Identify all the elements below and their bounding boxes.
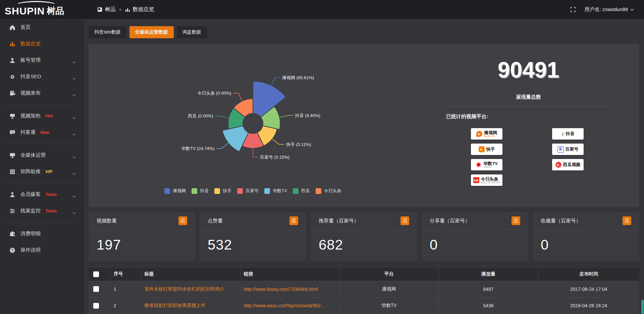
- row-plays: 8497: [439, 281, 538, 297]
- fullscreen-icon[interactable]: [570, 7, 576, 12]
- chevron-down-icon: [72, 75, 76, 78]
- sidebar-item-抖音SEO[interactable]: 抖音SEO: [0, 68, 84, 85]
- sidebar-item-抖客通[interactable]: 抖客通New: [0, 124, 84, 141]
- stat-card-header: 点赞量总: [200, 212, 306, 230]
- sidebar-item-矩阵助推[interactable]: 矩阵助推VIP: [0, 163, 84, 180]
- xigua-logo: ▶: [555, 162, 561, 168]
- legend-item-抖音[interactable]: 抖音: [192, 188, 209, 194]
- video-url-link[interactable]: http://www.boosj.com/7338468.html: [244, 286, 318, 292]
- row-index: 2: [110, 297, 141, 314]
- platform-name: 华数TV: [483, 161, 498, 166]
- scrollbar-thumb[interactable]: [641, 300, 644, 314]
- video-url-link[interactable]: http://www.wasu.cn/Play/show/id/952...: [244, 303, 325, 308]
- video-title-link[interactable]: 楼体投影灯投影效果震撼上市: [145, 303, 206, 308]
- platform-badge-抖音: ♪抖音: [552, 128, 584, 140]
- legend-label: 播视网: [173, 188, 186, 194]
- sidebar-item-badge: Tools: [45, 208, 57, 213]
- stat-card-header: 推荐量（百家号）总: [311, 212, 417, 230]
- pie-legend: 播视网抖音快手百家号华数TV西瓜今日头条: [89, 188, 417, 194]
- sidebar-item-视频发布[interactable]: 视频发布: [0, 85, 84, 101]
- select-all-checkbox[interactable]: [93, 271, 99, 277]
- app-logo[interactable]: SHUPIN 树品: [0, 0, 84, 19]
- column-header-序号: 序号: [110, 268, 141, 281]
- row-select-cell: [89, 297, 110, 314]
- platform-badge-播视网: ▶播视网boosj.com: [471, 128, 502, 140]
- platform-name: 播视网: [484, 130, 497, 135]
- legend-item-百家号[interactable]: 百家号: [237, 188, 259, 194]
- platform-name: 百家号: [566, 147, 579, 152]
- sidebar-item-会员爆客[interactable]: 会员爆客Tools: [0, 186, 84, 203]
- stat-card-value: 197: [89, 230, 195, 253]
- summary-section: 90491 展现量总数 已统计的视频平台: ▶播视网boosj.com♪抖音▶快…: [418, 44, 639, 207]
- sidebar-divider: [5, 144, 78, 144]
- pie-slice-label: 西瓜 (0.00%): [188, 113, 213, 118]
- legend-item-播视网[interactable]: 播视网: [164, 188, 186, 194]
- sidebar-item-操作说明[interactable]: ?操作说明: [0, 242, 84, 258]
- stat-card-label: 分享量（百家号）: [430, 218, 470, 224]
- row-published: 2018-04-26 16:24: [538, 297, 639, 314]
- sidebar-item-label: 首页: [20, 24, 31, 31]
- gear-icon: [9, 74, 15, 80]
- person-icon: [9, 192, 15, 198]
- column-header-标题: 标题: [141, 268, 240, 281]
- username-menu[interactable]: 用户名: zswodun88: [585, 6, 634, 13]
- table-row: 2楼体投影灯投影效果震撼上市http://www.wasu.cn/Play/sh…: [89, 297, 639, 314]
- legend-item-华数TV[interactable]: 华数TV: [264, 188, 287, 194]
- question-icon: ?: [9, 247, 15, 253]
- pie-slice-华数TV[interactable]: [222, 126, 249, 152]
- stat-card-视频数量: 视频数量总197: [89, 212, 195, 261]
- column-header-链接: 链接: [240, 268, 339, 281]
- breadcrumb-current[interactable]: 数据总览: [133, 6, 154, 13]
- total-badge: 总: [623, 216, 631, 225]
- video-title-link[interactable]: 室外水纹灯和室内水纹灯的区别和简介: [145, 286, 224, 292]
- legend-item-西瓜[interactable]: 西瓜: [293, 188, 310, 194]
- boosj-logo: ▶: [476, 131, 482, 137]
- video-camera-icon: [9, 90, 15, 96]
- sidebar-item-消费明细[interactable]: 消费明细: [0, 225, 84, 242]
- sidebar-item-视频加热[interactable]: 视频加热Hot: [0, 108, 84, 124]
- stat-card-value: 532: [200, 230, 306, 253]
- sidebar-item-label: 消费明细: [20, 230, 41, 237]
- tab-抖音seo数据[interactable]: 抖音seo数据: [89, 26, 126, 38]
- chat-icon: [9, 129, 15, 136]
- tab-全媒体运营数据[interactable]: 全媒体运营数据: [129, 26, 174, 38]
- legend-item-今日头条[interactable]: 今日头条: [316, 188, 341, 194]
- sidebar-divider: [5, 104, 78, 105]
- row-platform: 华数TV: [339, 297, 439, 314]
- chevron-down-icon: [72, 193, 76, 196]
- sidebar-item-线索监控[interactable]: 线索监控Tools: [0, 203, 84, 219]
- topbar: SHUPIN 树品 树品 > 数据总览 用户名: zswodun88: [0, 0, 644, 19]
- platform-badge-text: 华数TVwasu.cn: [483, 161, 498, 168]
- row-select-cell: [89, 281, 110, 297]
- pie-label-leader-line: [215, 116, 229, 118]
- data-tabs: 抖音seo数据全媒体运营数据询盘数据: [89, 26, 639, 38]
- breadcrumb-separator: >: [119, 7, 122, 12]
- tab-询盘数据[interactable]: 询盘数据: [177, 26, 207, 38]
- sidebar-divider: [5, 222, 78, 222]
- sidebar-item-首页[interactable]: 首页: [0, 19, 84, 36]
- chevron-down-icon: [72, 131, 76, 134]
- platform-subtext: wasu.cn: [483, 166, 498, 168]
- legend-label: 西瓜: [301, 188, 310, 194]
- chevron-down-icon: [72, 210, 76, 212]
- legend-label: 百家号: [246, 188, 259, 194]
- sidebar-item-全媒体运营[interactable]: 全媒体运营: [0, 147, 84, 163]
- breadcrumb-root[interactable]: 树品: [105, 6, 116, 13]
- pie-slice-label: 百家号 (0.15%): [260, 155, 289, 160]
- stat-card-header: 视频数量总: [89, 212, 195, 230]
- bar-chart-icon: [9, 41, 15, 47]
- total-badge: 总: [400, 216, 409, 225]
- row-checkbox[interactable]: [93, 286, 99, 292]
- legend-item-快手[interactable]: 快手: [214, 188, 231, 194]
- pie-slice-label: 抖音 (9.40%): [295, 113, 320, 118]
- sidebar-item-label: 全媒体运营: [20, 152, 46, 158]
- platform-badge-text: 今日头条看见心动 才有未来: [481, 177, 500, 184]
- row-checkbox[interactable]: [93, 303, 99, 309]
- stat-card-推荐量（百家号）: 推荐量（百家号）总682: [311, 212, 417, 261]
- total-badge: 总: [178, 216, 187, 225]
- stat-card-点赞量: 点赞量总532: [200, 212, 306, 261]
- sidebar-item-账号管理[interactable]: 账号管理: [0, 52, 84, 68]
- total-badge: 总: [512, 216, 520, 225]
- sidebar-item-badge: Hot: [45, 113, 53, 118]
- sidebar-item-数据总览[interactable]: 数据总览: [0, 36, 84, 52]
